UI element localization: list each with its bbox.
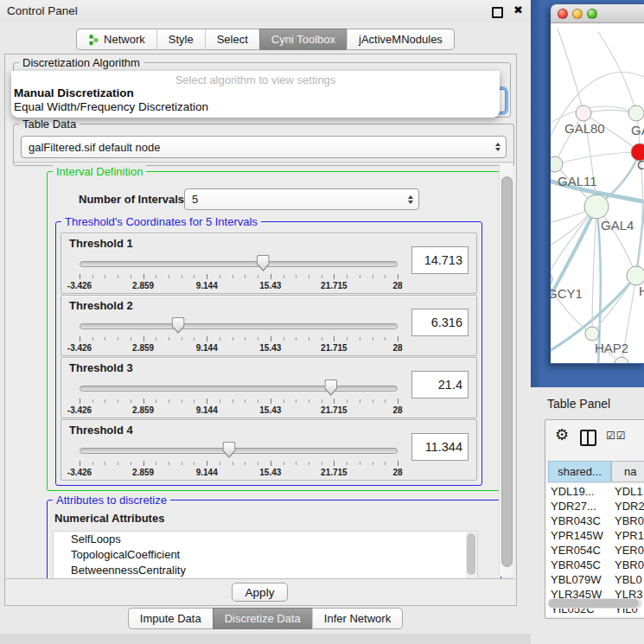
attribute-item[interactable]: TopologicalCoefficient bbox=[54, 547, 477, 563]
panel-vertical-scrollbar[interactable] bbox=[499, 164, 513, 577]
threshold-value-field[interactable]: 6.316 bbox=[411, 309, 469, 336]
slider-ticks bbox=[80, 336, 398, 343]
tab-label: jActiveMNodules bbox=[359, 33, 443, 46]
network-node[interactable] bbox=[551, 272, 552, 286]
cell-shared-name: YER054C bbox=[551, 544, 601, 557]
number-of-intervals-combobox[interactable]: 5 bbox=[184, 188, 419, 210]
table-row[interactable]: YER054CYER0 bbox=[545, 543, 644, 558]
slider-thumb[interactable] bbox=[172, 317, 185, 334]
threshold-slider[interactable]: -3.4262.8599.14415.4321.71528 bbox=[80, 255, 398, 291]
network-node[interactable] bbox=[615, 357, 628, 363]
network-node[interactable] bbox=[627, 266, 644, 285]
tab-network[interactable]: Network bbox=[76, 29, 156, 50]
tab-label: Impute Data bbox=[140, 612, 201, 625]
threshold-slider[interactable]: -3.4262.8599.14415.4321.71528 bbox=[80, 317, 398, 354]
table-row[interactable]: YDL19...YDL1 bbox=[545, 484, 644, 499]
tab-impute-data[interactable]: Impute Data bbox=[128, 608, 213, 629]
slider-ticks bbox=[80, 461, 398, 468]
attributes-group: Attributes to discretize Numerical Attri… bbox=[47, 500, 501, 579]
numerical-attributes-list[interactable]: SelfLoopsTopologicalCoefficientBetweenne… bbox=[53, 531, 478, 579]
cell-shared-name: YDR27... bbox=[551, 500, 596, 513]
split-columns-icon[interactable] bbox=[580, 430, 596, 446]
node-label: HAP2 bbox=[595, 341, 628, 355]
column-header-shared-name[interactable]: shared... bbox=[548, 461, 611, 482]
control-panel-titlebar: Control Panel ✖ bbox=[0, 0, 531, 22]
threshold-label: Threshold 2 bbox=[69, 299, 133, 312]
attribute-item[interactable]: BetweennessCentrality bbox=[54, 563, 477, 578]
network-node[interactable] bbox=[628, 105, 644, 121]
combobox-stepper-icon bbox=[495, 143, 501, 151]
network-node[interactable] bbox=[551, 156, 563, 172]
tab-select[interactable]: Select bbox=[205, 29, 259, 50]
threshold-value-field[interactable]: 14.713 bbox=[411, 246, 469, 274]
table-row[interactable]: YBL079WYBL0 bbox=[545, 572, 644, 587]
interval-definition-label: Interval Definition bbox=[53, 165, 146, 178]
attribute-item[interactable]: SelfLoops bbox=[54, 532, 477, 547]
network-edge[interactable] bbox=[592, 276, 636, 334]
threshold-value-field[interactable]: 21.4 bbox=[411, 371, 469, 399]
network-edge[interactable] bbox=[592, 207, 596, 334]
tab-infer-network[interactable]: Infer Network bbox=[312, 608, 403, 629]
algorithm-option[interactable]: Equal Width/Frequency Discretization bbox=[11, 100, 500, 114]
slider-track[interactable] bbox=[80, 386, 398, 392]
algorithm-placeholder: Select algorithm to view settings bbox=[11, 73, 500, 86]
node-label: GA bbox=[631, 123, 644, 137]
number-of-intervals-label: Number of Intervals bbox=[79, 193, 184, 206]
slider-thumb[interactable] bbox=[324, 379, 337, 396]
cell-shared-name: YBL079W bbox=[551, 573, 602, 586]
network-node[interactable] bbox=[584, 194, 609, 219]
threshold-slider[interactable]: -3.4262.8599.14415.4321.71528 bbox=[80, 379, 398, 416]
tab-style[interactable]: Style bbox=[156, 29, 205, 50]
thresholds-group-label: Threshold's Coordinates for 5 Intervals bbox=[61, 215, 261, 228]
tab-jactivemnodules[interactable]: jActiveMNodules bbox=[347, 29, 455, 50]
table-row[interactable]: YDR27...YDR2 bbox=[545, 499, 644, 513]
window-bottom-edge bbox=[0, 634, 531, 644]
network-node[interactable] bbox=[576, 105, 591, 121]
table-data-label: Table Data bbox=[19, 118, 80, 131]
threshold-value-field[interactable]: 11.344 bbox=[411, 433, 469, 461]
apply-button[interactable]: Apply bbox=[232, 583, 289, 602]
threshold-slider[interactable]: -3.4262.8599.14415.4321.71528 bbox=[80, 442, 398, 478]
table-row[interactable]: YBR043CYBR0 bbox=[545, 513, 644, 528]
zoom-traffic-light-icon[interactable] bbox=[587, 9, 597, 19]
slider-track[interactable] bbox=[80, 261, 398, 267]
table-row[interactable]: YPR145WYPR1 bbox=[545, 528, 644, 543]
slider-tick-labels: -3.4262.8599.14415.4321.71528 bbox=[80, 405, 398, 416]
desktop-area: GAL80GACGAL11GAL4HGCY1HAP2 Table Panel ⚙… bbox=[531, 0, 644, 644]
network-canvas[interactable]: GAL80GACGAL11GAL4HGCY1HAP2 bbox=[551, 23, 644, 363]
network-node[interactable] bbox=[585, 327, 599, 341]
table-rows: YDL19...YDL1YDR27...YDR2YBR043CYBR0YPR14… bbox=[545, 484, 644, 616]
slider-thumb[interactable] bbox=[257, 255, 270, 271]
algorithm-option[interactable]: Manual Discretization bbox=[11, 86, 500, 100]
tab-cyni-toolbox[interactable]: Cyni Toolbox bbox=[259, 29, 347, 50]
minimize-traffic-light-icon[interactable] bbox=[572, 9, 583, 19]
close-traffic-light-icon[interactable] bbox=[558, 9, 568, 19]
float-window-icon[interactable] bbox=[492, 7, 503, 18]
attributes-list-scrollbar[interactable] bbox=[466, 532, 477, 579]
settings-gear-icon[interactable]: ⚙ bbox=[555, 425, 569, 444]
network-edge[interactable] bbox=[558, 29, 583, 113]
algorithm-dropdown-popup: Select algorithm to view settings Manual… bbox=[11, 71, 500, 118]
node-label: GAL4 bbox=[601, 218, 634, 233]
node-label: H bbox=[639, 284, 644, 298]
select-columns-icon[interactable]: ☑☑ bbox=[606, 430, 627, 442]
table-horizontal-scrollbar[interactable] bbox=[547, 598, 642, 609]
slider-track[interactable] bbox=[80, 448, 398, 454]
threshold-panel: Threshold 4-3.4262.8599.14415.4321.71528… bbox=[61, 419, 477, 481]
tab-label: Style bbox=[169, 33, 194, 46]
number-of-intervals-value: 5 bbox=[192, 193, 198, 206]
threshold-panel: Threshold 3-3.4262.8599.14415.4321.71528… bbox=[61, 357, 477, 418]
table-data-combobox[interactable]: galFiltered.sif default node bbox=[21, 136, 507, 158]
close-window-icon[interactable]: ✖ bbox=[513, 3, 523, 16]
cell-name: YBR0 bbox=[615, 514, 644, 527]
tab-discretize-data[interactable]: Discretize Data bbox=[213, 608, 312, 629]
table-row[interactable]: YBR045CYBR0 bbox=[545, 558, 644, 572]
algorithm-options: Manual DiscretizationEqual Width/Frequen… bbox=[11, 86, 500, 114]
column-header-name[interactable]: na bbox=[611, 461, 644, 482]
slider-track[interactable] bbox=[80, 323, 398, 329]
slider-thumb[interactable] bbox=[222, 442, 235, 458]
network-edge[interactable] bbox=[555, 152, 640, 164]
cell-name: YBR0 bbox=[615, 558, 644, 571]
tab-label: Infer Network bbox=[324, 612, 391, 625]
window-title: Control Panel bbox=[7, 4, 78, 17]
